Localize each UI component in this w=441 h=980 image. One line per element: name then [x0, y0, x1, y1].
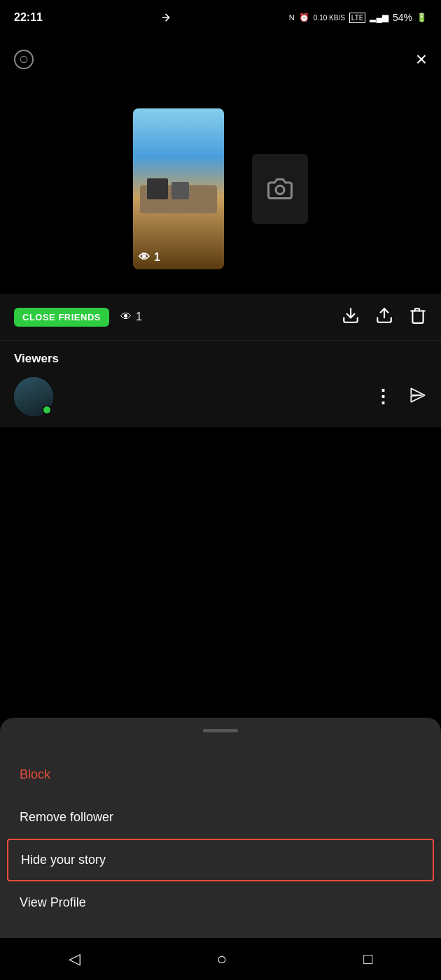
close-button[interactable]: × — [416, 50, 427, 69]
eye-icon-bar: 👁 — [120, 311, 132, 323]
block-button[interactable]: Block — [0, 753, 441, 796]
top-bar: × — [0, 35, 441, 84]
svg-marker-5 — [411, 388, 425, 402]
online-indicator — [42, 405, 52, 415]
alarm-icon: ⏰ — [299, 13, 309, 22]
viewer-action-buttons: ⋮ — [374, 386, 427, 408]
story-thumbnail[interactable]: 👁 1 — [133, 108, 224, 269]
story-actions — [342, 306, 427, 327]
eye-icon-story: 👁 — [139, 251, 150, 264]
recents-button[interactable]: □ — [363, 950, 372, 968]
status-bar: 22:11 N ⏰ 0.10 KB/S LTE ▂▄▆ 54% 🔋 — [0, 0, 441, 35]
remove-follower-button[interactable]: Remove follower — [0, 796, 441, 839]
status-icons: N ⏰ 0.10 KB/S LTE ▂▄▆ 54% 🔋 — [289, 12, 427, 23]
lte-icon: LTE — [349, 13, 366, 23]
send-button[interactable] — [409, 386, 427, 407]
camera-placeholder[interactable] — [252, 154, 308, 224]
close-friends-badge: CLOSE FRIENDS — [14, 308, 109, 327]
empty-area — [0, 427, 441, 602]
viewer-avatar-container — [14, 377, 53, 416]
view-count-info: 👁 1 — [120, 311, 142, 323]
svg-point-2 — [276, 186, 284, 194]
nav-bar: ◁ ○ □ — [0, 938, 441, 980]
share-button[interactable] — [375, 306, 393, 327]
story-preview: 👁 1 — [0, 84, 441, 294]
hide-story-button[interactable]: Hide your story — [7, 839, 434, 881]
svg-point-1 — [20, 56, 27, 62]
battery-indicator: 54% — [393, 12, 412, 23]
viewers-label: Viewers — [14, 352, 427, 366]
sheet-handle — [203, 729, 238, 732]
home-button[interactable]: ○ — [217, 949, 227, 969]
circle-icon — [14, 50, 34, 69]
delete-button[interactable] — [409, 306, 427, 327]
story-info-bar: CLOSE FRIENDS 👁 1 — [0, 294, 441, 340]
download-button[interactable] — [342, 306, 360, 327]
network-icon: N — [289, 13, 295, 22]
story-game-scene — [133, 108, 224, 269]
view-profile-button[interactable]: View Profile — [0, 881, 441, 924]
viewer-row: ⋮ — [14, 377, 427, 416]
back-button[interactable]: ◁ — [69, 950, 80, 968]
three-dots-button[interactable]: ⋮ — [374, 386, 392, 408]
viewers-section: Viewers ⋮ — [0, 340, 441, 427]
battery-icon: 🔋 — [416, 13, 427, 22]
signal-icon: 0.10 KB/S — [314, 14, 345, 22]
status-time: 22:11 — [14, 11, 43, 24]
bottom-sheet: Block Remove follower Hide your story Vi… — [0, 718, 441, 938]
bars-icon: ▂▄▆ — [370, 13, 388, 22]
story-view-count: 👁 1 — [139, 251, 218, 264]
